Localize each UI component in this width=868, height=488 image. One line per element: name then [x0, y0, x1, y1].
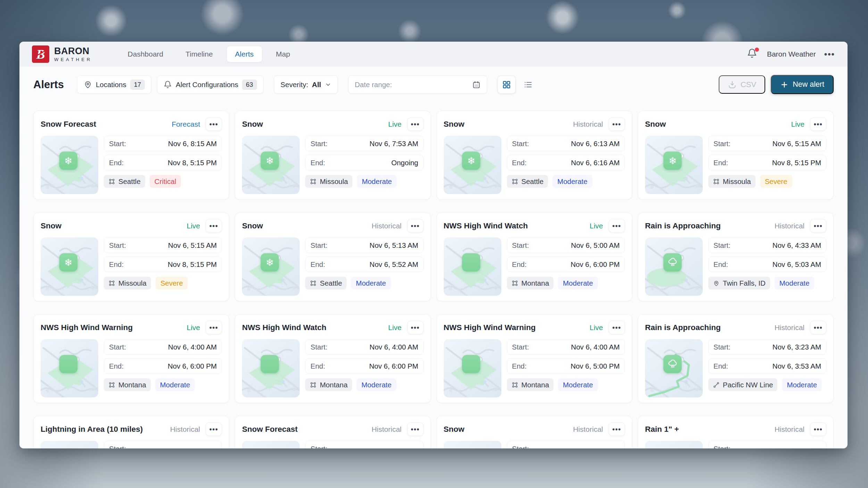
card-overflow-menu-button[interactable]: ••• — [810, 321, 826, 334]
main-nav: Dashboard Timeline Alerts Map — [119, 46, 299, 62]
start-value: Nov 6, 5:00 AM — [571, 241, 620, 250]
location-pin-icon — [84, 81, 92, 89]
nav-dashboard[interactable]: Dashboard — [119, 46, 172, 62]
alert-card[interactable]: Snow Live ••• — [638, 111, 834, 200]
alert-card-title: Rain is Approaching — [645, 221, 772, 230]
card-overflow-menu-button[interactable]: ••• — [206, 321, 222, 334]
locations-filter-button[interactable]: Locations 17 — [77, 75, 151, 94]
alert-card[interactable]: Snow Live ••• — [33, 212, 229, 301]
snowflake-icon: ❄ — [266, 258, 274, 267]
card-overflow-menu-button[interactable]: ••• — [206, 422, 222, 436]
new-alert-label: New alert — [793, 80, 824, 89]
card-overflow-menu-button[interactable]: ••• — [407, 422, 424, 436]
polygon-area-icon — [108, 280, 115, 287]
card-overflow-menu-button[interactable]: ••• — [407, 117, 424, 131]
start-row: Start: Nov 6, 5:13 AM — [305, 237, 423, 253]
alert-card-title: NWS High Wind Watch — [242, 323, 385, 332]
start-label: Start: — [109, 445, 126, 449]
baron-logo-icon: B — [32, 45, 49, 63]
alert-status-label: Historical — [170, 425, 200, 434]
grid-view-button[interactable] — [498, 76, 516, 94]
alert-card[interactable]: NWS High Wind Watch Live ••• — [235, 314, 431, 403]
end-row: End: Nov 6, 6:00 PM — [104, 358, 222, 374]
alert-card[interactable]: Rain is Approaching Historical ••• — [638, 314, 834, 403]
calendar-icon[interactable] — [472, 81, 481, 89]
plus-icon — [780, 81, 788, 89]
alert-card[interactable]: Snow Live ••• — [235, 111, 431, 200]
start-row: Start: — [305, 441, 423, 448]
start-value: Nov 6, 5:15 AM — [773, 140, 821, 148]
new-alert-button[interactable]: New alert — [771, 75, 834, 94]
end-row: End: Nov 6, 5:00 PM — [507, 358, 625, 374]
notifications-bell-icon[interactable] — [747, 48, 759, 60]
start-label: Start: — [713, 140, 731, 148]
card-overflow-menu-button[interactable]: ••• — [810, 117, 826, 131]
alert-type-icon: ❄ — [59, 355, 77, 373]
alert-card[interactable]: Snow Forecast Historical ••• — [235, 416, 431, 448]
start-value: Nov 6, 5:13 AM — [369, 241, 418, 250]
card-overflow-menu-button[interactable]: ••• — [609, 422, 625, 436]
alert-card-title: Snow — [242, 221, 369, 230]
page-title: Alerts — [33, 78, 64, 91]
user-menu[interactable]: Baron Weather — [767, 50, 816, 58]
location-chip: Missoula — [708, 175, 756, 188]
alert-card[interactable]: Rain 1" + Historical ••• — [638, 416, 834, 448]
alert-status-label: Historical — [775, 425, 804, 434]
alert-map-thumbnail: ❄ — [242, 339, 300, 397]
alert-status-label: Historical — [775, 222, 804, 230]
alert-card[interactable]: Snow Forecast Forecast ••• — [33, 111, 229, 200]
alert-card[interactable]: Rain is Approaching Historical ••• — [638, 212, 834, 301]
alert-card[interactable]: Lightning in Area (10 miles) Historical … — [33, 416, 229, 448]
start-label: Start: — [512, 343, 529, 351]
alert-card[interactable]: NWS High Wind Watch Live ••• — [436, 212, 632, 301]
location-name: Twin Falls, ID — [723, 279, 766, 287]
severity-badge: Moderate — [357, 378, 397, 391]
alert-card[interactable]: Snow Historical ••• — [436, 111, 632, 200]
alert-card[interactable]: Snow Historical ••• — [436, 416, 632, 448]
alert-card[interactable]: NWS High Wind Warning Live ••• — [33, 314, 229, 403]
alert-card[interactable]: NWS High Wind Warning Live ••• — [436, 314, 632, 403]
card-overflow-menu-button[interactable]: ••• — [407, 321, 424, 334]
alert-type-icon: ❄ — [260, 355, 279, 373]
list-view-button[interactable] — [519, 76, 537, 94]
app-window: B BARON WEATHER Dashboard Timeline Alert… — [19, 42, 848, 448]
nav-alerts[interactable]: Alerts — [227, 46, 262, 62]
end-value: Nov 6, 6:00 PM — [168, 362, 217, 370]
card-overflow-menu-button[interactable]: ••• — [609, 219, 625, 233]
card-overflow-menu-button[interactable]: ••• — [407, 219, 424, 233]
alert-type-icon: ❄ — [59, 152, 77, 170]
card-overflow-menu-button[interactable]: ••• — [609, 321, 625, 334]
alert-status-label: Historical — [573, 425, 603, 434]
export-csv-button[interactable]: CSV — [719, 75, 765, 94]
end-row: End: Nov 6, 5:52 AM — [305, 256, 423, 272]
alert-map-thumbnail: ❄ — [41, 441, 98, 448]
card-overflow-menu-button[interactable]: ••• — [810, 422, 826, 436]
card-overflow-menu-button[interactable]: ••• — [206, 117, 222, 131]
severity-badge: Moderate — [782, 378, 822, 391]
alert-status-label: Live — [388, 323, 402, 332]
alert-status-label: Forecast — [172, 120, 200, 128]
nav-map[interactable]: Map — [268, 46, 299, 62]
location-name: Montana — [320, 381, 348, 389]
card-overflow-menu-button[interactable]: ••• — [810, 219, 826, 233]
map-roads-graphic — [41, 441, 98, 448]
location-chip: Missoula — [305, 175, 352, 188]
location-chip: Seattle — [104, 175, 145, 188]
severity-label: Severity: — [281, 81, 308, 89]
end-row: End: Ongoing — [305, 155, 423, 170]
alert-card[interactable]: Snow Historical ••• — [235, 212, 431, 301]
severity-dropdown[interactable]: Severity: All — [274, 75, 338, 94]
alert-map-thumbnail: ❄ — [444, 339, 501, 397]
start-value: Nov 6, 4:00 AM — [571, 343, 620, 351]
card-overflow-menu-button[interactable]: ••• — [206, 219, 222, 233]
card-overflow-menu-button[interactable]: ••• — [609, 117, 625, 131]
header-overflow-menu[interactable]: ••• — [824, 50, 835, 58]
alert-status-label: Historical — [372, 425, 401, 434]
start-label: Start: — [512, 445, 529, 449]
date-range-input[interactable]: Date range: — [348, 75, 487, 94]
nav-timeline[interactable]: Timeline — [177, 46, 221, 62]
location-name: Seattle — [118, 177, 141, 186]
alert-configurations-label: Alert Configurations — [176, 81, 238, 89]
end-label: End: — [713, 260, 728, 269]
alert-configurations-button[interactable]: Alert Configurations 63 — [157, 75, 264, 94]
